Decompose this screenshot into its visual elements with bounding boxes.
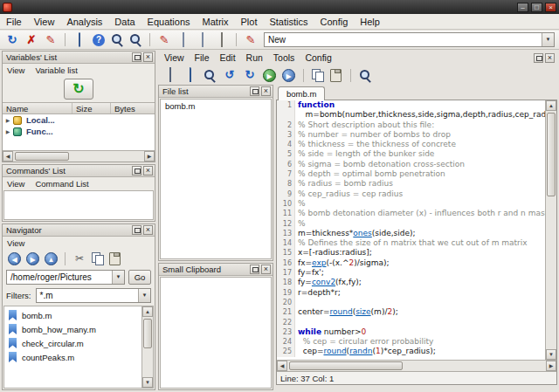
refresh-variables-button[interactable]: ↻ (64, 79, 93, 100)
menu-file[interactable]: File (6, 17, 22, 27)
editor-menu-config[interactable]: Config (305, 52, 331, 63)
variable-row[interactable]: ▶Local... (3, 114, 155, 126)
go-button[interactable]: Go (128, 270, 151, 285)
editor-menu-file[interactable]: File (195, 52, 210, 63)
editor-menu-run[interactable]: Run (246, 52, 263, 63)
zoom-icon[interactable] (358, 68, 373, 83)
help-icon[interactable]: ? (93, 34, 105, 46)
scroll-track[interactable] (13, 151, 144, 162)
search-icon[interactable] (128, 32, 143, 47)
cut-icon[interactable]: ✂ (72, 251, 87, 266)
float-panel-button[interactable] (132, 52, 141, 62)
scroll-down-button[interactable]: ▼ (546, 349, 556, 360)
editor-tab[interactable]: bomb.m (278, 86, 325, 100)
menu-view[interactable]: View (34, 17, 55, 27)
close-panel-button[interactable]: × (143, 225, 153, 235)
back-icon[interactable]: ◀ (8, 252, 21, 265)
notebook-icon[interactable] (221, 32, 223, 47)
navigator-menu-view[interactable]: View (7, 238, 24, 248)
paste-icon[interactable] (330, 69, 342, 82)
editor-menu-tools[interactable]: Tools (273, 52, 295, 63)
code-editor[interactable]: 1function m=bomb(number,thickness,side,s… (277, 100, 545, 360)
settings-icon[interactable] (79, 32, 80, 47)
scroll-track[interactable] (546, 111, 556, 349)
commands-menu-view[interactable]: View (7, 179, 24, 189)
menu-statistics[interactable]: Statistics (269, 17, 307, 27)
matrix-list-icon[interactable] (202, 32, 204, 47)
paste-icon[interactable] (109, 252, 121, 265)
menu-help[interactable]: Help (360, 17, 380, 27)
navigator-file[interactable]: bomb.m (4, 308, 153, 322)
scroll-down-button[interactable]: ▼ (142, 377, 153, 388)
scroll-right-button[interactable]: ▶ (144, 151, 155, 162)
expander-icon[interactable]: ▶ (3, 128, 13, 134)
edit-icon[interactable]: ✎ (43, 32, 59, 48)
scroll-thumb[interactable] (547, 113, 556, 196)
editor-menu-view[interactable]: View (164, 52, 184, 63)
new-file-icon[interactable] (169, 67, 171, 82)
float-editor-button[interactable] (534, 53, 543, 63)
path-combo-arrow[interactable]: ▼ (112, 271, 124, 284)
filter-combo[interactable]: *.m ▼ (36, 288, 152, 303)
close-panel-button[interactable]: × (261, 265, 271, 274)
search-icon[interactable] (203, 68, 217, 83)
menu-equations[interactable]: Equations (148, 17, 190, 27)
filter-combo-arrow[interactable]: ▼ (138, 289, 150, 302)
list-icon[interactable] (183, 32, 184, 47)
scroll-track[interactable] (142, 317, 153, 377)
scroll-left-button[interactable]: ◀ (3, 151, 13, 162)
path-combo[interactable]: /home/roger/Pictures ▼ (6, 270, 125, 285)
zoom-icon[interactable] (110, 32, 125, 47)
scroll-up-button[interactable]: ▲ (546, 100, 556, 111)
variable-row[interactable]: ▶Func... (3, 126, 155, 137)
float-panel-button[interactable] (250, 265, 259, 274)
new-command-icon[interactable]: ✎ (243, 32, 259, 48)
close-button[interactable]: × (545, 3, 556, 12)
command-combo[interactable]: New ▼ (264, 32, 555, 47)
scroll-left-button[interactable]: ◀ (277, 361, 287, 371)
menu-matrix[interactable]: Matrix (203, 17, 229, 27)
close-panel-button[interactable]: × (143, 52, 153, 62)
variables-menu-variable-list[interactable]: Variable list (35, 65, 77, 75)
scroll-track[interactable] (287, 361, 546, 371)
open-file-icon[interactable] (190, 67, 191, 82)
menu-data[interactable]: Data (114, 17, 135, 27)
clipboard-area[interactable] (160, 277, 272, 389)
variables-menu-view[interactable]: View (7, 65, 24, 75)
scroll-thumb[interactable] (143, 319, 152, 348)
maximize-button[interactable]: □ (531, 3, 542, 12)
command-combo-arrow[interactable]: ▼ (542, 33, 554, 46)
commands-menu-command-list[interactable]: Command List (35, 179, 88, 189)
run-icon[interactable]: ▶ (263, 69, 276, 82)
up-icon[interactable]: ▲ (45, 252, 58, 265)
float-panel-button[interactable] (250, 86, 259, 96)
app-icon[interactable] (3, 3, 12, 12)
copy-icon[interactable] (91, 251, 104, 265)
step-icon[interactable]: ▶ (282, 69, 295, 82)
undo-icon[interactable]: ↺ (222, 67, 238, 83)
column-size[interactable]: Size (72, 103, 111, 113)
menu-plot[interactable]: Plot (241, 17, 258, 27)
column-bytes[interactable]: Bytes (111, 103, 155, 113)
redo-icon[interactable]: ↻ (242, 67, 258, 83)
close-editor-button[interactable]: × (545, 53, 555, 63)
minimize-button[interactable]: – (517, 3, 528, 12)
menu-analysis[interactable]: Analysis (66, 17, 102, 27)
commands-list-area[interactable] (3, 190, 154, 220)
scroll-up-button[interactable]: ▲ (142, 306, 153, 317)
navigator-file[interactable]: bomb_how_many.m (4, 322, 153, 336)
float-panel-button[interactable] (132, 166, 141, 175)
scroll-thumb[interactable] (289, 361, 403, 370)
close-panel-button[interactable]: × (143, 166, 153, 175)
forward-icon[interactable]: ▶ (26, 252, 39, 265)
expander-icon[interactable]: ▶ (3, 117, 13, 123)
annotate-icon[interactable]: ✎ (156, 32, 172, 48)
open-files-list[interactable]: bomb.m (160, 99, 272, 259)
scroll-right-button[interactable]: ▶ (546, 361, 556, 371)
open-file-item[interactable]: bomb.m (161, 100, 271, 113)
scroll-thumb[interactable] (15, 152, 69, 161)
close-panel-button[interactable]: × (261, 86, 271, 96)
editor-menu-edit[interactable]: Edit (220, 52, 236, 63)
copy-icon[interactable] (311, 68, 324, 82)
navigator-file[interactable]: countPeaks.m (4, 350, 153, 364)
